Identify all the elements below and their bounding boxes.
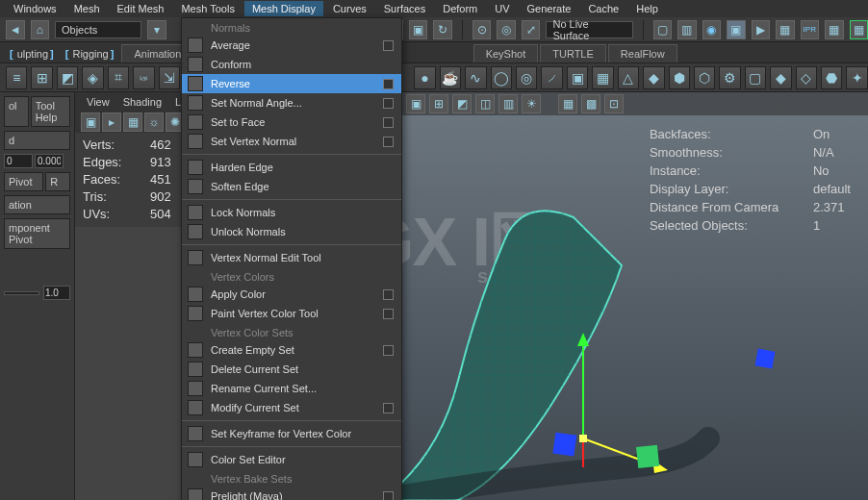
component-pivot-button[interactable]: mponent Pivot: [4, 218, 70, 249]
ation-button[interactable]: ation: [4, 195, 70, 214]
menu-item-modify-current-set[interactable]: Modify Current Set: [182, 398, 401, 417]
menu-item-optionbox[interactable]: [383, 289, 394, 300]
menu-item-optionbox[interactable]: [383, 117, 394, 128]
home-icon[interactable]: ⌂: [31, 20, 50, 39]
menu-surfaces[interactable]: Surfaces: [376, 1, 433, 16]
render-icon[interactable]: ▣: [727, 20, 746, 39]
coord-y-input[interactable]: [35, 154, 64, 168]
slider-track[interactable]: [4, 291, 39, 295]
layout-2-icon[interactable]: ▥: [677, 20, 697, 39]
expand-icon[interactable]: ⤢: [522, 20, 541, 39]
shelf-slash-icon[interactable]: ⟋: [541, 66, 562, 89]
menu-item-set-normal-angle[interactable]: Set Normal Angle...: [182, 93, 401, 112]
refresh-icon[interactable]: ↻: [433, 20, 452, 39]
menu-mesh[interactable]: Mesh: [66, 1, 108, 16]
menu-item-color-set-editor[interactable]: Color Set Editor: [182, 450, 401, 469]
shelf-box-icon[interactable]: ▢: [745, 66, 766, 89]
menu-item-lock-normals[interactable]: Lock Normals: [182, 203, 401, 222]
menu-item-optionbox[interactable]: [383, 345, 394, 356]
pivot-button[interactable]: Pivot: [4, 172, 43, 191]
menu-item-paint-vertex-color-tool[interactable]: Paint Vertex Color Tool: [182, 304, 401, 323]
viewport-3d[interactable]: ▣ ⊞ ◩ ◫ ▥ ☀ ▦ ▩ ⊡ Backfaces:OnSmoothness…: [400, 92, 868, 500]
move-gizmo[interactable]: [545, 323, 679, 477]
coord-x-input[interactable]: [4, 154, 33, 168]
menu-item-optionbox[interactable]: [383, 40, 394, 51]
shading-menu[interactable]: Shading: [117, 95, 167, 109]
shelf-cube1-icon[interactable]: ▣: [567, 66, 588, 89]
tab-rigging[interactable]: [Rigging]: [62, 45, 120, 62]
menu-item-unlock-normals[interactable]: Unlock Normals: [182, 222, 401, 241]
menu-item-average[interactable]: Average: [182, 36, 401, 55]
chevron-down-icon[interactable]: ▾: [147, 20, 166, 39]
shelf-tool-4-icon[interactable]: ◈: [82, 66, 103, 89]
clapper-icon[interactable]: ▦: [776, 20, 795, 39]
menu-mesh-tools[interactable]: Mesh Tools: [173, 1, 242, 16]
shelf-tool-7-icon[interactable]: ⇲: [159, 66, 180, 89]
magnet-icon[interactable]: ⊙: [472, 20, 492, 39]
settings-2-icon[interactable]: ▦: [850, 20, 869, 39]
shelf-cube2-icon[interactable]: ▦: [592, 66, 613, 89]
menu-item-conform[interactable]: Conform: [182, 55, 401, 74]
shelf-tool-2-icon[interactable]: ⊞: [31, 66, 52, 89]
menu-item-soften-edge[interactable]: Soften Edge: [182, 177, 401, 196]
shelf-cone-icon[interactable]: △: [618, 66, 639, 89]
shelf-r1-icon[interactable]: ◆: [770, 66, 791, 89]
shelf-sphere-icon[interactable]: ●: [414, 66, 435, 89]
view-menu[interactable]: View: [81, 95, 115, 109]
menu-item-optionbox[interactable]: [383, 98, 394, 109]
shelf-gear-icon[interactable]: ⚙: [719, 66, 740, 89]
vp-camera-icon[interactable]: ▣: [81, 112, 100, 132]
shelf-teapot-icon[interactable]: ☕: [440, 66, 461, 89]
shelf-tool-6-icon[interactable]: ⎃: [133, 66, 154, 89]
shelf-tool-1-icon[interactable]: ≡: [6, 66, 27, 89]
menu-item-optionbox[interactable]: [383, 137, 394, 147]
menu-item-reverse[interactable]: Reverse: [182, 74, 401, 93]
menu-cache[interactable]: Cache: [580, 1, 626, 16]
vp-light-icon[interactable]: ☼: [144, 112, 164, 132]
menu-item-rename-current-set[interactable]: Rename Current Set...: [182, 379, 401, 398]
r-button[interactable]: R: [45, 172, 70, 191]
arrow-left-icon[interactable]: ◄: [6, 20, 25, 39]
shelf-r4-icon[interactable]: ✦: [846, 66, 867, 89]
tab-realflow[interactable]: RealFlow: [608, 44, 677, 62]
shelf-tool-3-icon[interactable]: ◩: [57, 66, 78, 89]
shelf-circle-icon[interactable]: ◯: [491, 66, 512, 89]
menu-item-optionbox[interactable]: [383, 309, 394, 319]
menu-item-set-to-face[interactable]: Set to Face: [182, 112, 401, 132]
live-surface-field[interactable]: No Live Surface: [546, 21, 632, 38]
menu-item-optionbox[interactable]: [383, 403, 394, 413]
shelf-r3-icon[interactable]: ⬣: [821, 66, 842, 89]
menu-mesh-display[interactable]: Mesh Display: [244, 1, 323, 16]
menu-edit-mesh[interactable]: Edit Mesh: [110, 1, 172, 16]
globe-icon[interactable]: ◉: [702, 20, 722, 39]
menu-curves[interactable]: Curves: [325, 1, 374, 16]
menu-help[interactable]: Help: [628, 1, 666, 16]
shelf-tool-5-icon[interactable]: ⌗: [108, 66, 129, 89]
tool-button-d[interactable]: d: [4, 131, 70, 150]
menu-item-create-empty-set[interactable]: Create Empty Set: [182, 340, 401, 360]
menu-item-harden-edge[interactable]: Harden Edge: [182, 158, 401, 177]
layout-1-icon[interactable]: ▢: [653, 20, 673, 39]
shelf-wave-icon[interactable]: ∿: [465, 66, 486, 89]
menu-item-apply-color[interactable]: Apply Color: [182, 285, 401, 304]
menu-item-optionbox[interactable]: [383, 79, 394, 89]
tool-help-button[interactable]: Tool Help: [31, 96, 70, 127]
shelf-donut-icon[interactable]: ◎: [516, 66, 537, 89]
menu-windows[interactable]: Windows: [6, 1, 64, 16]
menu-item-delete-current-set[interactable]: Delete Current Set: [182, 360, 401, 379]
target-icon[interactable]: ◎: [497, 20, 516, 39]
menu-item-set-vertex-normal[interactable]: Set Vertex Normal: [182, 132, 401, 151]
menu-item-set-keyframe-for-vertex-color[interactable]: Set Keyframe for Vertex Color: [182, 424, 401, 443]
gizmo-plane-xz[interactable]: [755, 349, 776, 369]
menu-deform[interactable]: Deform: [435, 1, 485, 16]
menu-item-prelight-maya[interactable]: Prelight (Maya): [182, 487, 401, 500]
shelf-obj1-icon[interactable]: ⬢: [669, 66, 690, 89]
menu-item-vertex-normal-edit-tool[interactable]: Vertex Normal Edit Tool: [182, 248, 401, 267]
vp-flag-icon[interactable]: ▸: [102, 112, 121, 132]
ipr-icon[interactable]: IPR: [801, 20, 820, 39]
play-icon[interactable]: ▶: [752, 20, 771, 39]
tool-button-ol[interactable]: ol: [4, 96, 29, 127]
tab-keyshot[interactable]: KeyShot: [473, 44, 539, 62]
shelf-r2-icon[interactable]: ◇: [796, 66, 817, 89]
vp-grid-icon[interactable]: ▦: [123, 112, 142, 132]
